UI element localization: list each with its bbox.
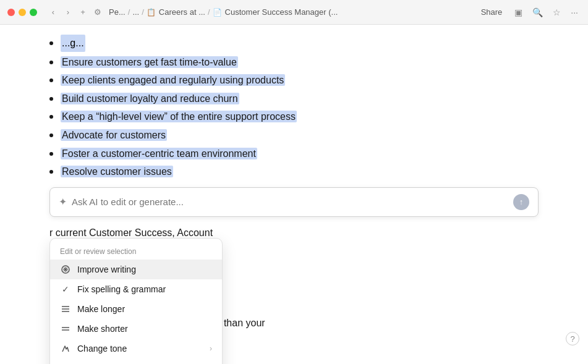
bullet-text: Ensure customers get fast time-to-value — [61, 54, 539, 70]
list-item: Foster a customer-centric team environme… — [49, 146, 539, 162]
dropdown-section-label: Edit or review selection — [50, 242, 222, 260]
submenu-arrow-icon: › — [210, 344, 212, 353]
traffic-lights — [7, 9, 37, 16]
bullet-dot — [49, 133, 53, 137]
highlighted-text: Ensure customers get fast time-to-value — [61, 56, 238, 68]
bullet-text: Keep a “high-level view” of the entire s… — [61, 109, 539, 125]
list-item: Keep clients engaged and regularly using… — [49, 72, 539, 88]
ai-submit-icon: ↑ — [519, 197, 524, 206]
search-button[interactable]: 🔍 — [530, 6, 545, 19]
titlebar-right: Share ▣ 🔍 ☆ ··· — [476, 5, 581, 19]
breadcrumb: Pe... / ... / 📋 Careers at ... / 📄 Custo… — [109, 7, 471, 17]
spelling-icon: ✓ — [60, 284, 71, 295]
highlighted-text: Advocate for customers — [61, 129, 167, 141]
share-button[interactable]: Share — [476, 5, 508, 19]
bullet-dot — [49, 115, 53, 119]
bullet-text: Build customer loyalty and reduce churn — [61, 91, 539, 107]
minimize-button[interactable] — [19, 9, 26, 16]
tone-label: Change tone — [77, 344, 203, 353]
add-button[interactable]: + — [77, 6, 89, 19]
settings-button[interactable]: ⚙ — [92, 6, 104, 19]
bullet-dot — [49, 41, 53, 45]
breadcrumb-item-4[interactable]: Customer Success Manager (... — [225, 7, 338, 17]
highlighted-text: Keep a “high-level view” of the entire s… — [61, 111, 297, 122]
breadcrumb-item-2[interactable]: ... — [132, 7, 139, 17]
bullet-text: Foster a customer-centric team environme… — [61, 146, 539, 162]
improve-icon — [60, 264, 71, 275]
breadcrumb-sep-1: / — [128, 7, 130, 17]
close-button[interactable] — [7, 9, 15, 16]
list-item: Build customer loyalty and reduce churn — [49, 91, 539, 107]
shorter-icon — [60, 323, 71, 334]
bullet-text: Keep clients engaged and regularly using… — [61, 72, 539, 88]
dropdown-item-shorter[interactable]: Make shorter — [50, 319, 222, 339]
bullet-dot — [49, 78, 53, 82]
list-item: Keep a “high-level view” of the entire s… — [49, 109, 539, 125]
highlighted-text: Resolve customer issues — [61, 166, 173, 177]
ai-sparkle-icon: ✦ — [59, 196, 67, 208]
more-button[interactable]: ··· — [568, 6, 581, 19]
bullet-dot — [49, 170, 53, 174]
page-icon: 📄 — [213, 7, 223, 17]
list-item: Ensure customers get fast time-to-value — [49, 54, 539, 70]
list-item: Resolve customer issues — [49, 164, 539, 180]
bullet-dot — [49, 152, 53, 156]
shorter-label: Make shorter — [77, 324, 212, 334]
bullet-text: Advocate for customers — [61, 127, 539, 143]
tone-icon — [60, 343, 71, 354]
dropdown-item-improve[interactable]: Improve writing — [50, 260, 222, 279]
content-area: ...g... Ensure customers get fast time-t… — [0, 25, 588, 364]
list-item: Advocate for customers — [49, 127, 539, 143]
dropdown-item-longer[interactable]: Make longer — [50, 299, 222, 319]
dropdown-item-tone[interactable]: Change tone› — [50, 339, 222, 358]
breadcrumb-item-1[interactable]: Pe... — [109, 7, 126, 17]
ai-input[interactable] — [72, 197, 508, 207]
forward-button[interactable]: › — [62, 6, 74, 19]
bullet-dot — [49, 97, 53, 101]
breadcrumb-sep-3: / — [208, 7, 210, 17]
breadcrumb-sep-2: / — [142, 7, 144, 17]
ai-dropdown-menu: Edit or review selection Improve writing… — [49, 238, 223, 364]
titlebar: ‹ › + ⚙ Pe... / ... / 📋 Careers at ... /… — [0, 0, 588, 25]
partial-item-row: ...g... — [49, 35, 539, 52]
ai-submit-button[interactable]: ↑ — [513, 194, 529, 210]
breadcrumb-item-3[interactable]: Careers at ... — [159, 7, 205, 17]
longer-label: Make longer — [77, 304, 212, 314]
ai-prompt-bar: ✦ ↑ — [49, 187, 539, 217]
nav-controls: ‹ › + ⚙ — [47, 6, 104, 19]
longer-icon — [60, 303, 71, 315]
dropdown-item-simplify[interactable]: Simplify language — [50, 358, 222, 364]
improve-label: Improve writing — [77, 265, 212, 274]
spelling-label: Fix spelling & grammar — [77, 284, 212, 294]
help-button[interactable]: ? — [566, 332, 579, 345]
dropdown-item-spelling[interactable]: ✓Fix spelling & grammar — [50, 279, 222, 299]
highlighted-text: Foster a customer-centric team environme… — [61, 148, 257, 159]
partial-text: ...g... — [61, 35, 85, 52]
careers-icon: 📋 — [147, 7, 156, 17]
star-button[interactable]: ☆ — [550, 6, 563, 19]
layout-button[interactable]: ▣ — [512, 6, 525, 19]
highlighted-text: Keep clients engaged and regularly using… — [61, 74, 285, 86]
bullet-list: Ensure customers get fast time-to-valueK… — [49, 54, 539, 180]
fullscreen-button[interactable] — [30, 9, 37, 16]
highlighted-text: Build customer loyalty and reduce churn — [61, 93, 239, 104]
bullet-dot — [49, 61, 53, 64]
back-button[interactable]: ‹ — [47, 6, 59, 19]
bullet-text: Resolve customer issues — [61, 164, 539, 180]
